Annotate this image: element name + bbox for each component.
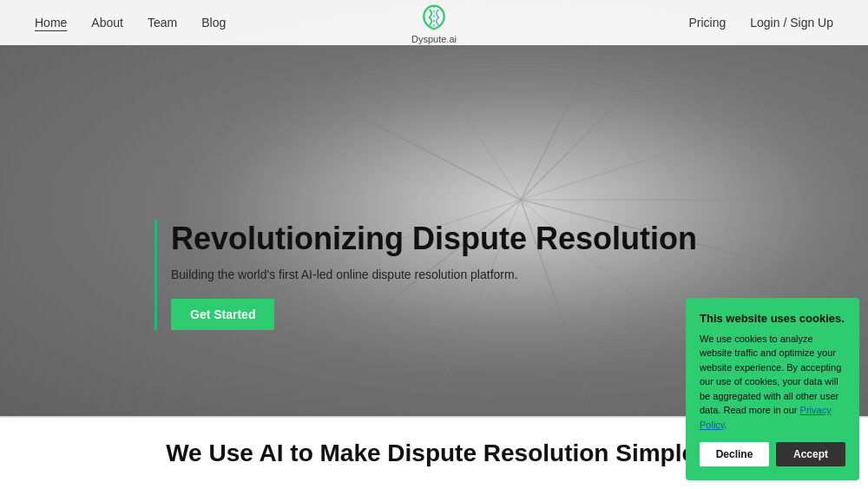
nav-link-home[interactable]: Home (35, 16, 67, 30)
logo-icon (418, 2, 450, 33)
nav-link-login[interactable]: Login / Sign Up (750, 16, 833, 30)
cookie-body: We use cookies to analyze website traffi… (700, 332, 845, 433)
cookie-banner: This website uses cookies. We use cookie… (686, 298, 859, 481)
cookie-actions: Decline Accept (700, 442, 845, 466)
logo-text: Dyspute.ai (411, 34, 457, 44)
nav-link-about[interactable]: About (91, 16, 123, 30)
bottom-title: We Use AI to Make Dispute Resolution Sim… (166, 439, 702, 467)
get-started-button[interactable]: Get Started (171, 299, 274, 330)
navbar: Home About Team Blog Dyspute.ai Pricing … (0, 0, 868, 45)
logo[interactable]: Dyspute.ai (411, 2, 457, 44)
decline-button[interactable]: Decline (700, 442, 769, 466)
nav-link-pricing[interactable]: Pricing (688, 16, 726, 30)
hero-title: Revolutionizing Dispute Resolution (171, 220, 697, 257)
nav-right-links: Pricing Login / Sign Up (688, 16, 833, 30)
nav-left-links: Home About Team Blog (35, 16, 226, 30)
accept-button[interactable]: Accept (776, 442, 845, 466)
cookie-title: This website uses cookies. (700, 312, 845, 325)
hero-content: Revolutionizing Dispute Resolution Build… (155, 220, 697, 330)
nav-link-team[interactable]: Team (148, 16, 177, 30)
nav-link-blog[interactable]: Blog (201, 16, 226, 30)
hero-subtitle: Building the world's first AI-led online… (171, 268, 697, 281)
